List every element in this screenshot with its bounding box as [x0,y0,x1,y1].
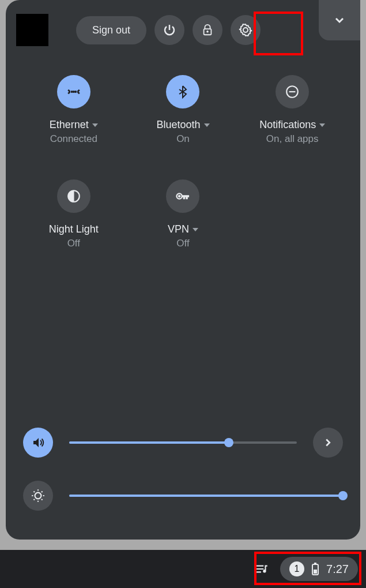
chevron-right-icon [322,436,334,449]
signout-button[interactable]: Sign out [76,16,146,44]
tile-nightlight[interactable]: Night Light Off [22,179,126,249]
brightness-thumb[interactable] [338,491,348,500]
lock-button[interactable] [193,15,222,45]
tile-bluetooth[interactable]: Bluetooth On [131,75,235,145]
svg-rect-12 [314,563,316,564]
brightness-icon[interactable] [23,481,53,511]
gear-icon [239,23,252,37]
brightness-row [23,481,343,511]
collapse-button[interactable] [319,0,360,40]
settings-button[interactable] [231,15,261,45]
tile-sublabel: On, all apps [266,133,319,145]
svg-point-10 [35,493,41,499]
power-icon [163,23,176,37]
tile-label: Ethernet [50,119,98,131]
dnd-icon [276,75,309,108]
status-area[interactable]: 1 7:27 [280,557,358,581]
bluetooth-icon [166,75,199,108]
svg-point-9 [179,195,181,197]
tile-sublabel: On [176,133,190,145]
svg-point-4 [75,91,77,93]
volume-icon[interactable] [23,428,53,458]
tile-label: Night Light [49,223,99,235]
lock-icon [201,24,214,36]
tile-ethernet[interactable]: Ethernet Connected [22,75,126,145]
caret-down-icon [92,123,98,127]
audio-settings-button[interactable] [313,428,343,458]
clock-time: 7:27 [326,563,349,576]
svg-point-3 [73,91,74,93]
svg-point-1 [207,31,209,32]
taskbar: 1 7:27 [0,550,366,588]
tile-label: Notifications [259,119,325,131]
music-queue-icon [254,561,269,576]
tile-notifications[interactable]: Notifications On, all apps [240,75,344,145]
ethernet-icon [57,75,90,108]
volume-slider[interactable] [69,441,297,444]
media-controls-button[interactable] [249,556,274,582]
volume-row [23,428,343,458]
sliders-section [23,428,343,511]
brightness-fill [69,495,343,497]
volume-thumb[interactable] [224,438,233,447]
caret-down-icon [204,123,210,127]
svg-point-2 [71,91,73,93]
vpn-key-icon [166,179,199,213]
notification-badge: 1 [289,561,304,576]
svg-rect-13 [314,570,317,574]
tile-label: Bluetooth [156,119,209,131]
quick-settings-panel: Sign out Ethernet Connected Bluetooth On [6,0,360,540]
tile-sublabel: Off [67,238,80,249]
chevron-down-icon [333,13,346,27]
power-button[interactable] [154,15,184,45]
quick-tiles-grid: Ethernet Connected Bluetooth On Notifica… [16,75,350,278]
tile-label: VPN [168,223,198,235]
volume-fill [69,441,229,444]
caret-down-icon [193,228,198,231]
caret-down-icon [319,123,325,127]
tile-sublabel: Connected [50,133,97,145]
tile-sublabel: Off [176,238,189,249]
nightlight-icon [57,179,90,213]
header-row: Sign out [16,14,350,46]
brightness-slider[interactable] [69,495,343,497]
user-avatar[interactable] [16,14,48,46]
tile-vpn[interactable]: VPN Off [131,179,235,249]
battery-icon [311,562,319,576]
